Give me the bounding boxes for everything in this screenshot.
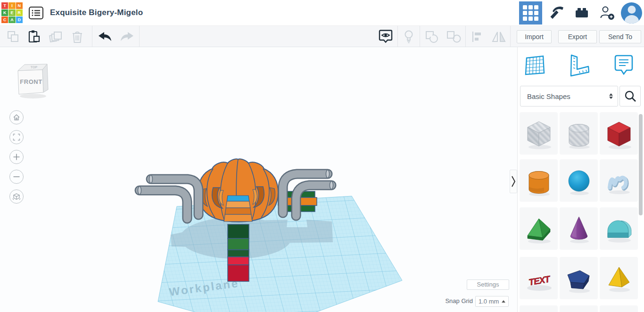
zoom-in-button[interactable]: [9, 150, 24, 164]
pumpkin-mouth: [224, 196, 252, 222]
fit-view-icon: [13, 133, 20, 141]
shape-cylinder-hole[interactable]: [560, 112, 598, 155]
export-button[interactable]: Export: [558, 30, 597, 43]
shape-category-select[interactable]: Basic Shapes: [520, 86, 618, 107]
fit-view-button[interactable]: [9, 130, 24, 144]
lego-brick-icon: [574, 6, 590, 20]
perspective-toggle-button[interactable]: [9, 189, 24, 204]
tinkercad-logo[interactable]: T I N K E R C A D: [1, 2, 23, 24]
minus-icon: [13, 173, 20, 181]
toolbar-separator: [465, 26, 466, 47]
apps-grid-icon: [523, 5, 538, 21]
home-view-button[interactable]: [9, 110, 24, 124]
redo-icon: [120, 31, 135, 42]
shape-pyramid[interactable]: [600, 257, 638, 299]
shape-card-partial[interactable]: [560, 305, 598, 312]
notes-icon: [613, 53, 634, 77]
shape-cone[interactable]: [560, 207, 598, 250]
shape-box[interactable]: [600, 112, 638, 155]
show-all-button[interactable]: [375, 30, 396, 44]
box-hole-thumb: [522, 116, 556, 151]
avatar[interactable]: [621, 2, 642, 24]
round-roof-thumb: [602, 211, 636, 246]
select-spinner-icon: [609, 93, 613, 99]
duplicate-button[interactable]: [46, 30, 65, 44]
settings-button[interactable]: Settings: [467, 279, 509, 290]
light-button[interactable]: [399, 30, 419, 44]
action-toolbar: Import Export Send To: [0, 25, 644, 47]
plus-icon: [13, 153, 20, 161]
snap-grid-arrow-icon: [502, 300, 505, 303]
undo-icon: [97, 31, 112, 42]
dashboard-grid-button[interactable]: [519, 1, 542, 25]
view-cube-front-label: FRONT: [20, 78, 42, 85]
toolbar-separator: [92, 26, 92, 47]
panel-tabs: [518, 51, 640, 79]
redo-button[interactable]: [117, 30, 138, 44]
home-icon: [13, 114, 20, 121]
copy-button[interactable]: [4, 30, 23, 44]
shape-roof[interactable]: [520, 207, 558, 250]
add-person-icon: [599, 5, 615, 21]
pickaxe-icon: [548, 5, 564, 21]
shape-text[interactable]: TEXT: [520, 257, 558, 299]
shape-card-partial[interactable]: [600, 305, 638, 312]
snap-grid-label: Snap Grid: [427, 297, 473, 304]
view-cube-graphic: TOP FRONT: [13, 60, 50, 102]
shape-sphere[interactable]: [560, 159, 598, 202]
paste-icon: [27, 30, 41, 44]
copy-icon: [7, 30, 20, 43]
zoom-out-button[interactable]: [9, 170, 24, 184]
panel-collapse-handle[interactable]: [510, 170, 517, 193]
tab-notes[interactable]: [613, 52, 635, 78]
shape-round-roof[interactable]: [600, 207, 638, 250]
shape-card-partial[interactable]: [520, 305, 558, 312]
mirror-button[interactable]: [488, 30, 509, 44]
bulb-icon: [404, 30, 414, 44]
design-menu-icon[interactable]: [29, 7, 43, 19]
group-icon: [425, 30, 439, 43]
tab-ruler[interactable]: [568, 52, 589, 78]
block-column[interactable]: [228, 224, 249, 281]
sphere-thumb: [562, 163, 596, 198]
shape-scribble[interactable]: [600, 159, 638, 202]
shape-category-value: Basic Shapes: [527, 92, 570, 100]
snap-grid-select[interactable]: 1.0 mm: [475, 296, 509, 307]
undo-button[interactable]: [94, 30, 115, 44]
3d-viewport[interactable]: Workplane: [0, 47, 517, 312]
shape-cylinder[interactable]: [520, 159, 558, 202]
text-thumb: TEXT: [522, 261, 556, 296]
text-shape-label: TEXT: [528, 274, 551, 287]
avatar-body: [625, 15, 639, 24]
import-button[interactable]: Import: [517, 30, 552, 43]
mirror-icon: [492, 31, 506, 43]
header-right: [519, 0, 644, 25]
ungroup-icon: [446, 30, 462, 43]
shape-polygon[interactable]: [560, 257, 598, 299]
view-cube[interactable]: TOP FRONT: [13, 60, 50, 102]
tab-workplane[interactable]: [524, 52, 546, 78]
search-icon: [624, 90, 636, 102]
chevron-right-icon: [511, 175, 516, 188]
shape-box-hole[interactable]: [520, 112, 558, 155]
ungroup-button[interactable]: [443, 30, 464, 44]
pumpkin-model[interactable]: [198, 159, 278, 222]
view-cube-top-label: TOP: [31, 66, 38, 69]
minecraft-button[interactable]: [545, 1, 568, 25]
toolbar-separator: [420, 26, 420, 47]
brick-button[interactable]: [570, 1, 593, 25]
send-to-button[interactable]: Send To: [599, 30, 641, 43]
cone-thumb: [562, 211, 596, 246]
polygon-thumb: [562, 261, 596, 296]
add-person-button[interactable]: [595, 1, 619, 25]
snap-grid-value: 1.0 mm: [479, 298, 499, 305]
group-button[interactable]: [421, 30, 442, 44]
shape-search-button[interactable]: [619, 86, 641, 107]
duplicate-icon: [49, 30, 63, 44]
panel-scrollbar-thumb[interactable]: [639, 114, 643, 215]
paste-button[interactable]: [25, 30, 43, 44]
delete-button[interactable]: [68, 30, 87, 44]
design-title[interactable]: Exquisite Bigery-Migelo: [50, 8, 143, 17]
toolbar-separator: [397, 26, 398, 47]
align-button[interactable]: [467, 30, 487, 44]
